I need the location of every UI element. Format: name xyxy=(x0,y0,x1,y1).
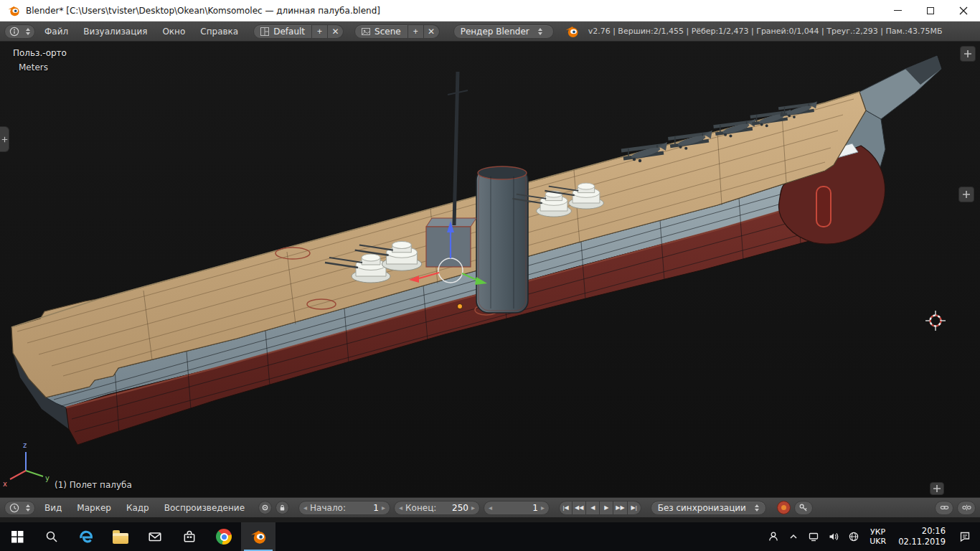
maximize-button[interactable] xyxy=(914,0,947,21)
store-bag-icon xyxy=(182,529,197,544)
viewport-3d[interactable]: z y x Польз.-орто Meters (1) Полет палуб… xyxy=(0,42,980,497)
minimize-button[interactable] xyxy=(881,0,914,21)
chrome-icon xyxy=(216,529,232,545)
keying-set-button[interactable] xyxy=(794,501,813,515)
plus-icon xyxy=(933,484,941,493)
blender-window: Файл Визуализация Окно Справка Default +… xyxy=(0,22,980,522)
frame-end-field[interactable]: ◂ Конец: 250 ▸ xyxy=(394,501,480,515)
menu-render[interactable]: Визуализация xyxy=(77,24,153,39)
editor-type-button[interactable] xyxy=(4,24,35,39)
network-globe-tray-icon[interactable] xyxy=(844,522,863,551)
decrement-arrow[interactable]: ◂ xyxy=(303,504,307,512)
chain-link-icon xyxy=(940,503,949,512)
sync-mode-dropdown[interactable]: Без синхронизации xyxy=(651,501,766,515)
menu-help[interactable]: Справка xyxy=(194,24,244,39)
chain-broken-icon-button[interactable] xyxy=(957,501,976,515)
frame-end-value: 250 xyxy=(452,503,468,513)
window-bottom-strip xyxy=(0,517,980,522)
play-button[interactable]: ▶ xyxy=(600,501,613,515)
decrement-arrow[interactable]: ◂ xyxy=(399,504,402,512)
folder-icon xyxy=(113,533,128,544)
blender-info-header: Файл Визуализация Окно Справка Default +… xyxy=(0,22,980,42)
render-engine-dropdown[interactable]: Рендер Blender xyxy=(453,24,554,39)
maximize-icon xyxy=(927,7,934,14)
taskbar-clock[interactable]: 20:16 02.11.2019 xyxy=(892,526,951,547)
object-origin-dot xyxy=(458,304,463,309)
scene-group: Scene + ✕ xyxy=(354,24,440,39)
auto-keyframe-record-button[interactable] xyxy=(777,501,791,514)
taskbar-search-button[interactable] xyxy=(34,522,69,551)
play-reverse-button[interactable]: ◀ xyxy=(586,501,600,515)
scene-statistics: v2.76 | Вершин:2/1,455 | Рёбер:1/2,473 |… xyxy=(588,27,943,36)
add-screen-layout-button[interactable]: + xyxy=(312,24,328,39)
taskbar-mail-button[interactable] xyxy=(138,522,172,551)
taskbar-edge-button[interactable] xyxy=(69,522,103,551)
properties-region-toggle[interactable] xyxy=(960,46,976,62)
cursor-3d[interactable] xyxy=(925,311,946,331)
language-indicator[interactable]: УКР UKR xyxy=(864,527,891,546)
scene-value: Scene xyxy=(374,27,401,37)
start-button[interactable] xyxy=(0,522,34,551)
chain-link-icon-button[interactable] xyxy=(935,501,953,515)
action-center-button[interactable] xyxy=(953,522,977,551)
language-secondary: UKR xyxy=(870,537,886,546)
render-engine-arrows xyxy=(538,28,542,35)
timeline-menu-frame[interactable]: Кадр xyxy=(121,501,155,515)
people-tray-icon[interactable] xyxy=(764,522,783,551)
edge-icon xyxy=(78,529,94,545)
plus-icon xyxy=(963,50,972,58)
window-titlebar: Blender* [C:\Users\tvister\Desktop\Okean… xyxy=(0,0,980,22)
toolshelf-toggle[interactable] xyxy=(0,126,9,152)
taskbar-blender-button[interactable] xyxy=(241,522,275,551)
increment-arrow[interactable]: ▸ xyxy=(382,504,385,512)
add-scene-button[interactable]: + xyxy=(408,24,424,39)
taskbar-date: 02.11.2019 xyxy=(898,537,946,547)
hidden-icons-chevron[interactable] xyxy=(784,522,803,551)
blender-app-icon xyxy=(7,4,20,17)
taskbar-chrome-button[interactable] xyxy=(207,522,241,551)
delete-screen-layout-button[interactable]: ✕ xyxy=(328,24,344,39)
taskbar-store-button[interactable] xyxy=(172,522,207,551)
taskbar-time: 20:16 xyxy=(922,526,946,537)
bottom-region-toggle[interactable] xyxy=(930,482,944,495)
plus-icon xyxy=(962,190,971,199)
previous-keyframe-button[interactable]: ◀◀ xyxy=(573,501,586,515)
jump-to-start-button[interactable]: |◀ xyxy=(559,501,573,515)
screen-layout-dropdown[interactable]: Default xyxy=(253,24,312,39)
record-icon xyxy=(781,505,786,510)
bow-red-detail xyxy=(816,187,831,227)
frame-start-field[interactable]: ◂ Начало: 1 ▸ xyxy=(298,501,390,515)
funnel xyxy=(476,166,528,313)
increment-arrow[interactable]: ▸ xyxy=(471,504,475,512)
timeline-editor-type-button[interactable] xyxy=(4,501,35,515)
close-icon xyxy=(959,6,968,15)
windows-taskbar: УКР UKR 20:16 02.11.2019 xyxy=(0,522,980,551)
timeline-menu-marker[interactable]: Маркер xyxy=(71,501,117,515)
timeline-menu-view[interactable]: Вид xyxy=(39,501,67,515)
system-tray: УКР UKR 20:16 02.11.2019 xyxy=(764,522,980,551)
jump-to-end-button[interactable]: ▶| xyxy=(628,501,641,515)
plus-icon xyxy=(1,136,8,143)
dot-icon xyxy=(261,504,269,512)
increment-arrow[interactable]: ▸ xyxy=(541,504,545,512)
current-frame-field[interactable]: ◂ 1 ▸ xyxy=(484,501,550,515)
mail-icon xyxy=(148,529,162,544)
ethernet-tray-icon[interactable] xyxy=(804,522,823,551)
side-region-toggle[interactable] xyxy=(958,187,974,202)
delete-scene-button[interactable]: ✕ xyxy=(424,24,440,39)
menu-window[interactable]: Окно xyxy=(156,24,191,39)
close-button[interactable] xyxy=(947,0,980,21)
current-frame-value: 1 xyxy=(532,503,538,513)
decrement-arrow[interactable]: ◂ xyxy=(489,504,492,512)
taskbar-explorer-button[interactable] xyxy=(103,522,138,551)
preview-range-toggle[interactable] xyxy=(258,501,272,514)
timeline-menu-playback[interactable]: Воспроизведение xyxy=(159,501,250,515)
next-keyframe-button[interactable]: ▶▶ xyxy=(613,501,627,515)
scene-dropdown[interactable]: Scene xyxy=(354,24,408,39)
menu-file[interactable]: Файл xyxy=(39,24,74,39)
clock-icon xyxy=(9,503,19,513)
key-icon xyxy=(798,503,808,512)
minimize-icon xyxy=(894,10,902,11)
lock-time-cursor-toggle[interactable] xyxy=(275,501,289,514)
volume-tray-icon[interactable] xyxy=(824,522,843,551)
